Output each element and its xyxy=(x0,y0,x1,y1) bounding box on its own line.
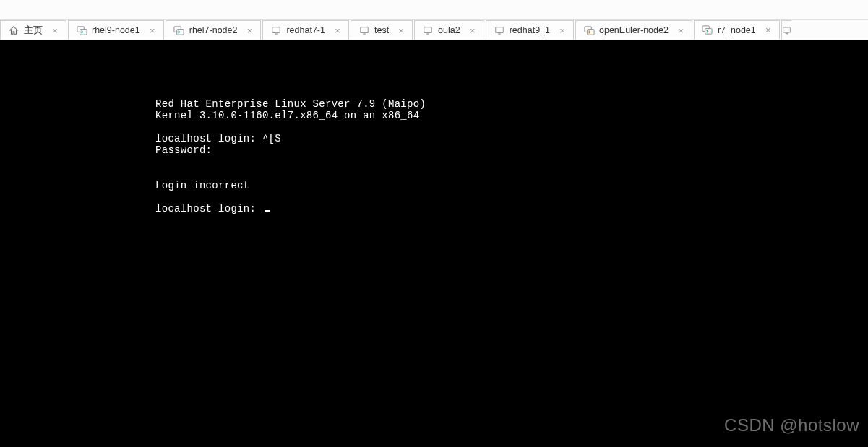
tab-label: 主页 xyxy=(24,25,43,37)
tab-redhat9-1[interactable]: redhat9_1× xyxy=(486,20,574,40)
svg-rect-1 xyxy=(80,29,86,35)
tab-overflow[interactable] xyxy=(781,20,791,40)
tab-label: rhel9-node1 xyxy=(92,25,140,35)
svg-rect-15 xyxy=(705,29,712,35)
watermark-text: CSDN @hotslow xyxy=(724,415,859,435)
svg-rect-5 xyxy=(275,33,278,34)
console-line: Red Hat Enterprise Linux Server 7.9 (Mai… xyxy=(155,98,426,110)
svg-rect-10 xyxy=(495,27,503,33)
svg-rect-9 xyxy=(426,33,429,34)
close-icon[interactable]: × xyxy=(763,25,773,35)
console-line: localhost login: xyxy=(155,203,262,214)
close-icon[interactable]: × xyxy=(468,25,478,35)
tab-label: redhat7-1 xyxy=(286,25,325,35)
close-icon[interactable]: × xyxy=(244,25,254,35)
vm-icon xyxy=(422,25,434,36)
svg-rect-13 xyxy=(587,29,593,35)
main-toolbar xyxy=(0,0,868,20)
svg-rect-16 xyxy=(783,27,790,32)
svg-rect-8 xyxy=(424,27,432,33)
svg-rect-7 xyxy=(363,33,366,34)
close-icon[interactable]: × xyxy=(147,25,158,35)
tab-label: redhat9_1 xyxy=(510,25,550,35)
home-icon xyxy=(8,25,20,36)
close-icon[interactable]: × xyxy=(557,25,567,35)
close-icon[interactable]: × xyxy=(332,25,343,35)
tab---[interactable]: 主页× xyxy=(0,20,66,40)
close-icon[interactable]: × xyxy=(50,25,60,35)
vm-icon xyxy=(173,25,185,36)
terminal-console[interactable]: Red Hat Enterprise Linux Server 7.9 (Mai… xyxy=(0,40,868,447)
svg-rect-6 xyxy=(361,27,369,33)
tab-openEuler-node2[interactable]: openEuler-node2× xyxy=(575,20,692,40)
tab-test[interactable]: test× xyxy=(351,20,413,40)
vm-icon xyxy=(583,25,595,36)
vm-icon xyxy=(270,25,282,36)
tab-label: oula2 xyxy=(438,25,460,35)
console-line: Login incorrect xyxy=(155,180,250,191)
tab-rhel9-node1[interactable]: rhel9-node1× xyxy=(68,20,164,40)
tab-label: openEuler-node2 xyxy=(599,25,669,35)
tab-oula2[interactable]: oula2× xyxy=(414,20,484,40)
svg-rect-17 xyxy=(786,33,788,34)
vm-icon xyxy=(702,25,713,36)
console-line: Kernel 3.10.0-1160.el7.x86_64 on an x86_… xyxy=(155,110,419,121)
vm-icon xyxy=(494,25,505,36)
svg-rect-4 xyxy=(272,27,280,33)
tab-r7-node1[interactable]: r7_node1× xyxy=(694,20,780,40)
close-icon[interactable]: × xyxy=(676,25,686,35)
vm-icon xyxy=(358,25,370,36)
text-cursor xyxy=(265,210,270,212)
console-line: localhost login: ^[S xyxy=(155,133,281,144)
console-line: Password: xyxy=(155,144,212,156)
tab-redhat7-1[interactable]: redhat7-1× xyxy=(262,20,349,40)
tab-rhel7-node2[interactable]: rhel7-node2× xyxy=(166,20,262,40)
svg-rect-11 xyxy=(498,33,501,34)
close-icon[interactable]: × xyxy=(396,25,406,35)
vm-icon xyxy=(76,25,87,36)
tab-label: r7_node1 xyxy=(718,25,756,35)
tab-label: test xyxy=(374,25,389,35)
tab-bar: 主页×rhel9-node1×rhel7-node2×redhat7-1×tes… xyxy=(0,20,868,40)
svg-rect-3 xyxy=(177,29,184,35)
tab-label: rhel7-node2 xyxy=(189,25,238,35)
